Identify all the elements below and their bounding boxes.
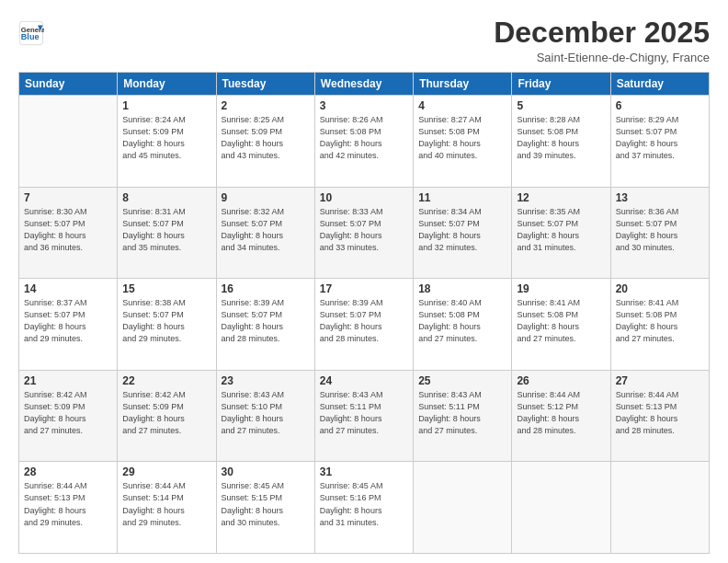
day-number: 17 [320,282,408,295]
day-info: Sunrise: 8:36 AMSunset: 5:07 PMDaylight:… [616,206,704,254]
calendar-cell [512,462,610,554]
day-info: Sunrise: 8:27 AMSunset: 5:08 PMDaylight:… [418,114,506,162]
day-number: 1 [122,99,210,112]
weekday-header-wednesday: Wednesday [314,73,413,96]
calendar-cell: 26Sunrise: 8:44 AMSunset: 5:12 PMDayligh… [512,370,610,462]
day-number: 18 [418,282,506,295]
day-info: Sunrise: 8:44 AMSunset: 5:12 PMDaylight:… [517,389,605,437]
calendar-cell: 8Sunrise: 8:31 AMSunset: 5:07 PMDaylight… [118,187,216,279]
day-info: Sunrise: 8:31 AMSunset: 5:07 PMDaylight:… [122,206,210,254]
day-number: 23 [222,374,310,387]
day-info: Sunrise: 8:42 AMSunset: 5:09 PMDaylight:… [122,389,210,437]
day-number: 7 [24,191,112,204]
day-info: Sunrise: 8:29 AMSunset: 5:07 PMDaylight:… [616,114,704,162]
day-number: 12 [517,191,605,204]
day-info: Sunrise: 8:26 AMSunset: 5:08 PMDaylight:… [320,114,408,162]
day-info: Sunrise: 8:43 AMSunset: 5:10 PMDaylight:… [222,389,310,437]
header: General Blue December 2025 Saint-Etienne… [18,17,710,64]
day-number: 19 [517,282,605,295]
day-number: 26 [517,374,605,387]
calendar-cell: 4Sunrise: 8:27 AMSunset: 5:08 PMDaylight… [414,96,512,188]
day-info: Sunrise: 8:32 AMSunset: 5:07 PMDaylight:… [222,206,310,254]
calendar-cell: 25Sunrise: 8:43 AMSunset: 5:11 PMDayligh… [414,370,512,462]
day-number: 13 [616,191,704,204]
calendar-cell: 21Sunrise: 8:42 AMSunset: 5:09 PMDayligh… [19,370,118,462]
day-number: 6 [616,99,704,112]
day-number: 15 [122,282,210,295]
calendar-cell: 5Sunrise: 8:28 AMSunset: 5:08 PMDaylight… [512,96,610,188]
calendar-cell: 29Sunrise: 8:44 AMSunset: 5:14 PMDayligh… [118,462,216,554]
calendar-cell: 12Sunrise: 8:35 AMSunset: 5:07 PMDayligh… [512,187,610,279]
day-info: Sunrise: 8:41 AMSunset: 5:08 PMDaylight:… [616,297,704,345]
calendar-cell: 3Sunrise: 8:26 AMSunset: 5:08 PMDaylight… [314,96,413,188]
day-info: Sunrise: 8:24 AMSunset: 5:09 PMDaylight:… [122,114,210,162]
day-info: Sunrise: 8:41 AMSunset: 5:08 PMDaylight:… [517,297,605,345]
calendar-cell: 16Sunrise: 8:39 AMSunset: 5:07 PMDayligh… [216,279,314,371]
day-number: 28 [24,465,112,478]
day-number: 27 [616,374,704,387]
calendar-cell: 24Sunrise: 8:43 AMSunset: 5:11 PMDayligh… [314,370,413,462]
calendar-cell: 9Sunrise: 8:32 AMSunset: 5:07 PMDaylight… [216,187,314,279]
calendar-cell: 1Sunrise: 8:24 AMSunset: 5:09 PMDaylight… [118,96,216,188]
day-info: Sunrise: 8:39 AMSunset: 5:07 PMDaylight:… [222,297,310,345]
day-number: 5 [517,99,605,112]
day-info: Sunrise: 8:44 AMSunset: 5:13 PMDaylight:… [24,480,112,528]
day-info: Sunrise: 8:43 AMSunset: 5:11 PMDaylight:… [320,389,408,437]
day-info: Sunrise: 8:44 AMSunset: 5:13 PMDaylight:… [616,389,704,437]
weekday-header-saturday: Saturday [610,73,709,96]
calendar-cell: 14Sunrise: 8:37 AMSunset: 5:07 PMDayligh… [19,279,118,371]
weekday-header-tuesday: Tuesday [216,73,314,96]
calendar-cell [414,462,512,554]
day-info: Sunrise: 8:37 AMSunset: 5:07 PMDaylight:… [24,297,112,345]
calendar-cell: 28Sunrise: 8:44 AMSunset: 5:13 PMDayligh… [19,462,118,554]
calendar-cell: 22Sunrise: 8:42 AMSunset: 5:09 PMDayligh… [118,370,216,462]
day-number: 14 [24,282,112,295]
day-info: Sunrise: 8:34 AMSunset: 5:07 PMDaylight:… [418,206,506,254]
day-info: Sunrise: 8:25 AMSunset: 5:09 PMDaylight:… [222,114,310,162]
calendar-cell: 19Sunrise: 8:41 AMSunset: 5:08 PMDayligh… [512,279,610,371]
day-info: Sunrise: 8:33 AMSunset: 5:07 PMDaylight:… [320,206,408,254]
weekday-header-friday: Friday [512,73,610,96]
calendar-cell: 15Sunrise: 8:38 AMSunset: 5:07 PMDayligh… [118,279,216,371]
day-number: 31 [320,465,408,478]
day-number: 3 [320,99,408,112]
calendar-cell: 31Sunrise: 8:45 AMSunset: 5:16 PMDayligh… [314,462,413,554]
day-number: 8 [122,191,210,204]
calendar-cell: 17Sunrise: 8:39 AMSunset: 5:07 PMDayligh… [314,279,413,371]
day-info: Sunrise: 8:43 AMSunset: 5:11 PMDaylight:… [418,389,506,437]
calendar-cell: 10Sunrise: 8:33 AMSunset: 5:07 PMDayligh… [314,187,413,279]
calendar-cell: 7Sunrise: 8:30 AMSunset: 5:07 PMDaylight… [19,187,118,279]
day-number: 16 [222,282,310,295]
logo-icon: General Blue [18,20,44,46]
day-number: 25 [418,374,506,387]
calendar-cell: 27Sunrise: 8:44 AMSunset: 5:13 PMDayligh… [610,370,709,462]
calendar-cell: 20Sunrise: 8:41 AMSunset: 5:08 PMDayligh… [610,279,709,371]
title-block: December 2025 Saint-Etienne-de-Chigny, F… [494,17,710,64]
calendar-table: SundayMondayTuesdayWednesdayThursdayFrid… [18,72,710,554]
day-info: Sunrise: 8:39 AMSunset: 5:07 PMDaylight:… [320,297,408,345]
day-number: 24 [320,374,408,387]
location-subtitle: Saint-Etienne-de-Chigny, France [494,51,710,64]
calendar-cell: 18Sunrise: 8:40 AMSunset: 5:08 PMDayligh… [414,279,512,371]
day-number: 20 [616,282,704,295]
day-number: 10 [320,191,408,204]
day-info: Sunrise: 8:38 AMSunset: 5:07 PMDaylight:… [122,297,210,345]
day-info: Sunrise: 8:45 AMSunset: 5:15 PMDaylight:… [222,480,310,528]
day-number: 11 [418,191,506,204]
day-number: 22 [122,374,210,387]
day-number: 29 [122,465,210,478]
calendar-cell: 2Sunrise: 8:25 AMSunset: 5:09 PMDaylight… [216,96,314,188]
calendar-cell [610,462,709,554]
calendar-cell: 13Sunrise: 8:36 AMSunset: 5:07 PMDayligh… [610,187,709,279]
day-number: 2 [222,99,310,112]
weekday-header-monday: Monday [118,73,216,96]
month-title: December 2025 [494,17,710,49]
day-info: Sunrise: 8:45 AMSunset: 5:16 PMDaylight:… [320,480,408,528]
svg-text:Blue: Blue [21,32,40,41]
page: General Blue December 2025 Saint-Etienne… [0,0,728,563]
calendar-cell: 23Sunrise: 8:43 AMSunset: 5:10 PMDayligh… [216,370,314,462]
day-info: Sunrise: 8:30 AMSunset: 5:07 PMDaylight:… [24,206,112,254]
logo: General Blue [18,20,46,46]
weekday-header-sunday: Sunday [19,73,118,96]
day-number: 4 [418,99,506,112]
